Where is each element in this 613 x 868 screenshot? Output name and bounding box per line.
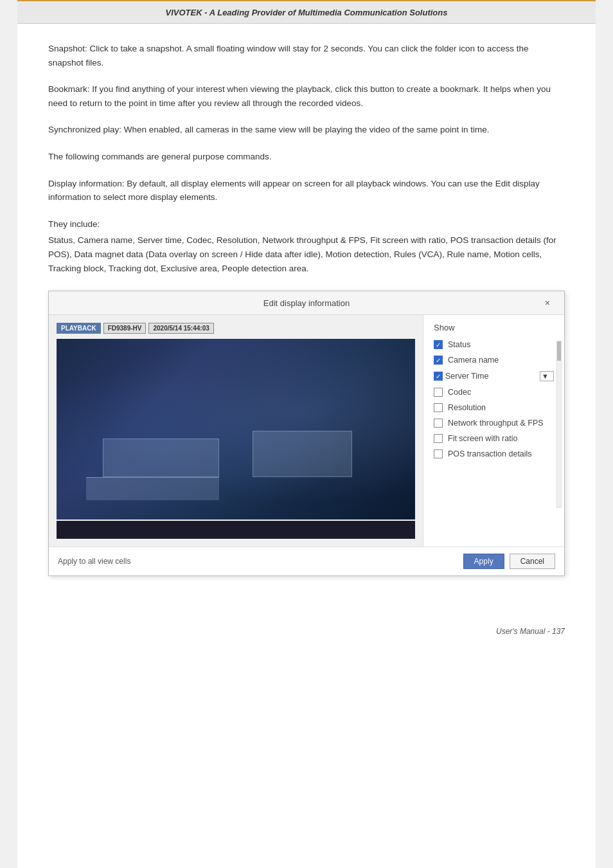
camera-preview xyxy=(57,339,415,520)
paragraph-snapshot: Snapshot: Click to take a snapshot. A sm… xyxy=(48,42,565,69)
dialog-titlebar: Edit display information × xyxy=(49,291,564,315)
dialog-footer: Apply to all view cells Apply Cancel xyxy=(49,547,564,575)
checkbox-camera-name-label: Camera name xyxy=(448,356,499,365)
paragraph-list: Status, Camera name, Server time, Codec,… xyxy=(48,233,565,275)
checkbox-pos-label: POS transaction details xyxy=(448,449,532,458)
checkbox-status-label: Status xyxy=(448,340,470,349)
paragraph-display: Display information: By default, all dis… xyxy=(48,177,565,204)
scrollbar-thumb[interactable] xyxy=(557,341,561,361)
paragraph-general: The following commands are general purpo… xyxy=(48,150,565,164)
checkbox-camera-name-input[interactable] xyxy=(434,356,443,365)
checkbox-resolution[interactable]: Resolution xyxy=(434,403,554,412)
shape1 xyxy=(103,439,219,477)
checkbox-pos-input[interactable] xyxy=(434,449,443,458)
edit-display-dialog: Edit display information × PLAYBACK FD93… xyxy=(48,291,565,576)
checkbox-fit-screen-input[interactable] xyxy=(434,434,443,443)
checkbox-codec-label: Codec xyxy=(448,388,471,397)
cancel-button[interactable]: Cancel xyxy=(510,554,555,569)
checkbox-pos[interactable]: POS transaction details xyxy=(434,449,554,458)
checkbox-network-input[interactable] xyxy=(434,419,443,428)
checkbox-server-time-input[interactable] xyxy=(434,372,443,381)
apply-button[interactable]: Apply xyxy=(463,554,504,569)
apply-all-label: Apply to all view cells xyxy=(58,557,458,566)
checkbox-network[interactable]: Network throughput & FPS xyxy=(434,419,554,428)
camera-bottom-bar xyxy=(57,521,415,539)
checkbox-server-time[interactable]: Server Time ▼ xyxy=(434,371,554,381)
dialog-title: Edit display information xyxy=(72,298,541,308)
shape2 xyxy=(253,431,352,477)
preview-shapes xyxy=(69,423,402,500)
checkbox-resolution-label: Resolution xyxy=(448,403,486,412)
dialog-body: PLAYBACK FD9389-HV 2020/5/14 15:44:03 xyxy=(49,315,564,547)
checkbox-server-time-label: Server Time xyxy=(445,372,537,381)
checkbox-codec[interactable]: Codec xyxy=(434,388,554,397)
server-time-select[interactable]: ▼ xyxy=(540,371,554,381)
checkbox-network-label: Network throughput & FPS xyxy=(448,419,544,428)
page-wrapper: VIVOTEK - A Leading Provider of Multimed… xyxy=(17,0,596,868)
checkbox-fit-screen-label: Fit screen with ratio xyxy=(448,434,517,443)
page-content: Snapshot: Click to take a snapshot. A sm… xyxy=(17,24,596,615)
paragraph-they-include: They include: xyxy=(48,217,565,231)
playback-badge: PLAYBACK xyxy=(57,323,101,334)
dialog-left-panel: PLAYBACK FD9389-HV 2020/5/14 15:44:03 xyxy=(49,315,423,547)
page-footer: User's Manual - 137 xyxy=(17,615,596,647)
header-title: VIVOTEK - A Leading Provider of Multimed… xyxy=(166,8,448,17)
checkbox-status-input[interactable] xyxy=(434,340,443,349)
page-number: User's Manual - 137 xyxy=(496,627,565,636)
dialog-right-panel: Show Status Camera name Server Time xyxy=(423,315,564,547)
checkbox-fit-screen[interactable]: Fit screen with ratio xyxy=(434,434,554,443)
show-section-label: Show xyxy=(434,323,554,332)
paragraph-sync: Synchronized play: When enabled, all cam… xyxy=(48,123,565,137)
shape3 xyxy=(86,477,219,500)
scrollbar-track[interactable] xyxy=(556,341,562,508)
checkbox-camera-name[interactable]: Camera name xyxy=(434,356,554,365)
checkbox-codec-input[interactable] xyxy=(434,388,443,397)
checkbox-resolution-input[interactable] xyxy=(434,403,443,412)
checkbox-status[interactable]: Status xyxy=(434,340,554,349)
camera-id-badge: FD9389-HV xyxy=(103,323,147,334)
dialog-close-button[interactable]: × xyxy=(541,296,554,309)
paragraph-bookmark: Bookmark: If you find anything of your i… xyxy=(48,82,565,110)
page-header: VIVOTEK - A Leading Provider of Multimed… xyxy=(17,1,596,24)
timestamp-badge: 2020/5/14 15:44:03 xyxy=(148,323,213,334)
camera-label-bar: PLAYBACK FD9389-HV 2020/5/14 15:44:03 xyxy=(57,323,415,334)
